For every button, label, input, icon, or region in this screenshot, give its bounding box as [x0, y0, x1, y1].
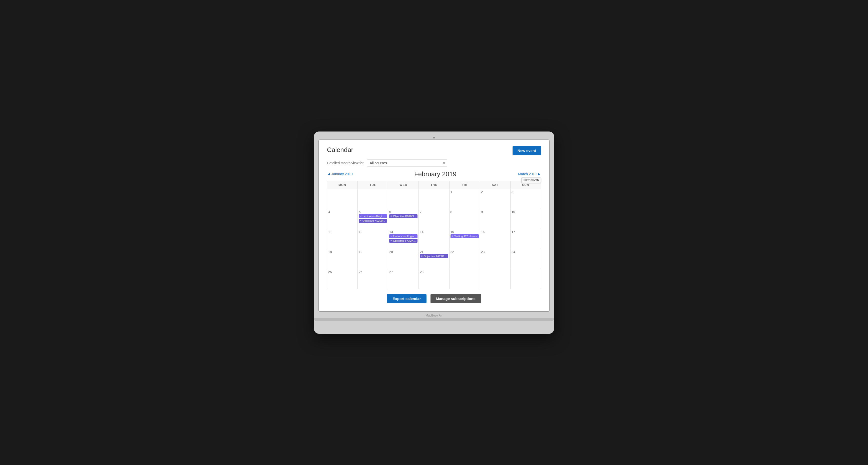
calendar-day-cell [358, 189, 388, 209]
calendar-header-row: MON TUE WED THU FRI SAT SUN [327, 181, 541, 189]
day-number: 4 [328, 210, 356, 214]
calendar-day-cell: 3 [510, 189, 541, 209]
day-number: 2 [481, 190, 509, 194]
event-testing[interactable]: ≡Testing 123 closes [451, 234, 479, 238]
manage-subscriptions-button[interactable]: Manage subscriptions [431, 294, 481, 303]
day-number: 24 [512, 250, 540, 254]
new-event-button[interactable]: New event [513, 146, 541, 155]
footer-buttons: Export calendar Manage subscriptions [327, 294, 541, 303]
day-number: 13 [389, 230, 417, 234]
event-label: Testing 123 closes [454, 235, 477, 238]
col-wed: WED [388, 181, 419, 189]
laptop-frame: Calendar New event Detailed month view f… [314, 132, 554, 334]
event-type-icon: ○ [360, 215, 362, 218]
day-number: 11 [328, 230, 356, 234]
event-objective[interactable]: ≡Objective K0100l... [389, 214, 417, 218]
calendar-day-cell: 17 [510, 229, 541, 249]
event-objective[interactable]: ≡Objective FAT2K... [389, 239, 417, 243]
next-month-link[interactable]: March 2019 ► [518, 172, 541, 176]
calendar-day-cell [480, 269, 510, 289]
calendar-day-cell: 5○Lecture on Engin...≡Objective K0200... [358, 209, 388, 229]
day-number: 6 [389, 210, 417, 214]
current-month-title: February 2019 [353, 170, 518, 178]
day-number: 10 [512, 210, 540, 214]
nav-row: ◄ January 2019 February 2019 March 2019 … [327, 170, 541, 178]
event-label: Lecture on Engin... [393, 235, 416, 238]
export-calendar-button[interactable]: Export calendar [387, 294, 426, 303]
day-number: 1 [451, 190, 479, 194]
calendar-day-cell: 16 [480, 229, 510, 249]
event-type-icon: ○ [391, 235, 392, 237]
calendar-week-row: 18192021≡Objective FAT2K...222324 [327, 249, 541, 269]
day-number: 14 [420, 230, 448, 234]
prev-arrow-icon: ◄ [327, 172, 331, 176]
filter-label: Detailed month view for: [327, 161, 365, 165]
macbook-label: MacBook Air [318, 314, 550, 317]
event-label: Objective K0100l... [393, 215, 416, 218]
filter-row: Detailed month view for: All courses ▾ [327, 159, 541, 167]
calendar-day-cell: 2 [480, 189, 510, 209]
day-number: 7 [420, 210, 448, 214]
calendar-week-row: 111213○Lecture on Engin...≡Objective FAT… [327, 229, 541, 249]
event-label: Objective FAT2K... [424, 255, 446, 258]
event-objective[interactable]: ≡Objective K0200... [359, 219, 387, 223]
calendar-day-cell: 10 [510, 209, 541, 229]
day-number: 26 [359, 270, 387, 274]
event-lecture[interactable]: ○Lecture on Engin... [359, 214, 387, 218]
day-number: 3 [512, 190, 540, 194]
calendar-day-cell: 14 [419, 229, 449, 249]
event-type-icon: ≡ [391, 215, 392, 218]
calendar-day-cell: 13○Lecture on Engin...≡Objective FAT2K..… [388, 229, 419, 249]
calendar-day-cell: 23 [480, 249, 510, 269]
col-tue: TUE [358, 181, 388, 189]
calendar-day-cell: 21≡Objective FAT2K... [419, 249, 449, 269]
event-type-icon: ≡ [452, 235, 453, 237]
calendar-day-cell: 7 [419, 209, 449, 229]
day-number: 9 [481, 210, 509, 214]
calendar-day-cell [388, 189, 419, 209]
day-number: 23 [481, 250, 509, 254]
event-type-icon: ≡ [391, 239, 392, 242]
calendar-day-cell: 1 [449, 189, 480, 209]
calendar-table: MON TUE WED THU FRI SAT SUN 12345○Lectur… [327, 181, 541, 289]
calendar-day-cell: 12 [358, 229, 388, 249]
day-number: 16 [481, 230, 509, 234]
day-number: 17 [512, 230, 540, 234]
col-mon: MON [327, 181, 358, 189]
next-month-container: March 2019 ► Next month [518, 172, 541, 176]
calendar-day-cell: 24 [510, 249, 541, 269]
calendar-day-cell: 8 [449, 209, 480, 229]
event-label: Objective K0200... [363, 219, 385, 222]
prev-month-link[interactable]: ◄ January 2019 [327, 172, 353, 176]
day-number: 18 [328, 250, 356, 254]
calendar-day-cell: 4 [327, 209, 358, 229]
day-number: 8 [451, 210, 479, 214]
day-number: 22 [451, 250, 479, 254]
event-type-icon: ≡ [360, 219, 362, 222]
day-number: 20 [389, 250, 417, 254]
page-title: Calendar [327, 146, 353, 154]
day-number: 12 [359, 230, 387, 234]
course-select-wrapper: All courses ▾ [367, 159, 447, 167]
calendar-week-row: 123 [327, 189, 541, 209]
event-type-icon: ≡ [421, 255, 423, 258]
course-select[interactable]: All courses [367, 159, 447, 167]
calendar-week-row: 45○Lecture on Engin...≡Objective K0200..… [327, 209, 541, 229]
event-lecture[interactable]: ○Lecture on Engin... [389, 234, 417, 238]
page-header: Calendar New event [327, 146, 541, 155]
calendar-day-cell: 6≡Objective K0100l... [388, 209, 419, 229]
calendar-day-cell [327, 189, 358, 209]
next-arrow-icon: ► [537, 172, 541, 176]
page-content: Calendar New event Detailed month view f… [319, 140, 549, 311]
day-number: 5 [359, 210, 387, 214]
col-thu: THU [419, 181, 449, 189]
day-number: 15 [451, 230, 479, 234]
calendar-day-cell [419, 189, 449, 209]
event-label: Objective FAT2K... [393, 239, 416, 242]
webcam [433, 137, 435, 138]
event-objective[interactable]: ≡Objective FAT2K... [420, 254, 448, 258]
calendar-day-cell: 9 [480, 209, 510, 229]
calendar-day-cell: 27 [388, 269, 419, 289]
event-label: Lecture on Engin... [363, 215, 385, 218]
laptop-bottom-bar [314, 318, 554, 321]
